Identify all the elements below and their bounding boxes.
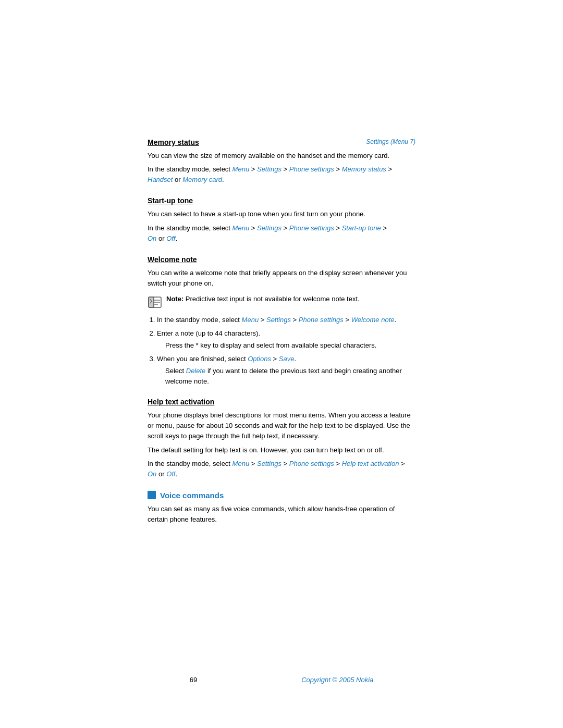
ht-on-link[interactable]: On [148, 470, 156, 478]
welcome-note-step2: Enter a note (up to 44 characters). Pres… [157, 328, 415, 351]
ht-settings-link[interactable]: Settings [257, 460, 282, 467]
memory-status-para1: You can view the size of memory availabl… [148, 151, 415, 161]
footer: 69 Copyright © 2005 Nokia [0, 676, 563, 684]
ht-off-link[interactable]: Off [166, 470, 175, 478]
startup-on-link[interactable]: On [148, 235, 156, 242]
voice-commands-icon [148, 491, 156, 499]
note-text: Note: Predictive text input is not avail… [166, 294, 360, 304]
ht-help-text-link[interactable]: Help text activation [342, 460, 399, 467]
help-text-activation-body: Your phone displays brief descriptions f… [148, 410, 415, 479]
welcome-note-para1: You can write a welcome note that briefl… [148, 268, 415, 289]
memory-status-handset-link[interactable]: Handset [148, 176, 173, 183]
content-area: Memory status You can view the size of m… [148, 138, 415, 536]
startup-settings-link[interactable]: Settings [257, 224, 282, 232]
startup-tone-section: Start-up tone You can select to have a s… [148, 196, 415, 243]
help-text-para3: In the standby mode, select Menu > Setti… [148, 459, 415, 479]
note-icon [148, 295, 162, 310]
startup-tone-para1: You can select to have a start-up tone w… [148, 209, 415, 219]
memory-status-phone-settings-link[interactable]: Phone settings [289, 165, 334, 173]
welcome-note-section: Welcome note You can write a welcome not… [148, 255, 415, 386]
welcome-note-step3-sub: Select Delete if you want to delete the … [157, 366, 415, 386]
ht-menu-link[interactable]: Menu [232, 460, 250, 467]
wn-menu-link[interactable]: Menu [242, 316, 259, 324]
voice-commands-body: You can set as many as five voice comman… [148, 504, 415, 525]
welcome-note-step3: When you are finished, select Options > … [157, 354, 415, 387]
copyright-text: Copyright © 2005 Nokia [301, 676, 373, 684]
welcome-note-body: You can write a welcome note that briefl… [148, 268, 415, 386]
startup-menu-link[interactable]: Menu [232, 224, 250, 232]
startup-tone-link[interactable]: Start-up tone [342, 224, 381, 232]
startup-phone-settings-link[interactable]: Phone settings [289, 224, 334, 232]
wn-options-link[interactable]: Options [248, 355, 271, 363]
help-text-activation-section: Help text activation Your phone displays… [148, 398, 415, 479]
voice-commands-title-text: Voice commands [160, 491, 224, 500]
startup-tone-body: You can select to have a start-up tone w… [148, 209, 415, 243]
memory-status-title: Memory status [148, 138, 415, 146]
help-text-activation-title: Help text activation [148, 398, 415, 406]
memory-status-para2: In the standby mode, select Menu > Setti… [148, 164, 415, 185]
ht-phone-settings-link[interactable]: Phone settings [289, 460, 334, 467]
memory-status-settings-link[interactable]: Settings [257, 165, 282, 173]
wn-save-link[interactable]: Save [279, 355, 295, 363]
wn-welcome-note-link[interactable]: Welcome note [351, 316, 395, 324]
wn-delete-link[interactable]: Delete [186, 367, 206, 375]
page-number: 69 [190, 676, 197, 684]
wn-settings-link[interactable]: Settings [266, 316, 291, 324]
help-text-para2: The default setting for help text is on.… [148, 445, 415, 455]
memory-status-body: You can view the size of memory availabl… [148, 151, 415, 185]
help-text-para1: Your phone displays brief descriptions f… [148, 410, 415, 441]
voice-commands-para1: You can set as many as five voice comman… [148, 504, 415, 525]
startup-tone-title: Start-up tone [148, 196, 415, 205]
wn-phone-settings-link[interactable]: Phone settings [299, 316, 344, 324]
welcome-note-steps: In the standby mode, select Menu > Setti… [148, 315, 415, 386]
memory-status-section: Memory status You can view the size of m… [148, 138, 415, 185]
welcome-note-step2-sub: Press the * key to display and select fr… [157, 340, 415, 351]
welcome-note-step1: In the standby mode, select Menu > Setti… [157, 315, 415, 325]
note-box: Note: Predictive text input is not avail… [148, 294, 415, 310]
startup-tone-para2: In the standby mode, select Menu > Setti… [148, 223, 415, 244]
page: Settings (Menu 7) Memory status You can … [0, 0, 563, 728]
memory-status-memory-card-link[interactable]: Memory card [182, 176, 222, 183]
memory-status-link[interactable]: Memory status [342, 165, 386, 173]
startup-off-link[interactable]: Off [166, 235, 175, 242]
voice-commands-header: Voice commands [148, 491, 415, 500]
memory-status-menu-link[interactable]: Menu [232, 165, 250, 173]
voice-commands-section: Voice commands You can set as many as fi… [148, 491, 415, 525]
welcome-note-title: Welcome note [148, 255, 415, 264]
